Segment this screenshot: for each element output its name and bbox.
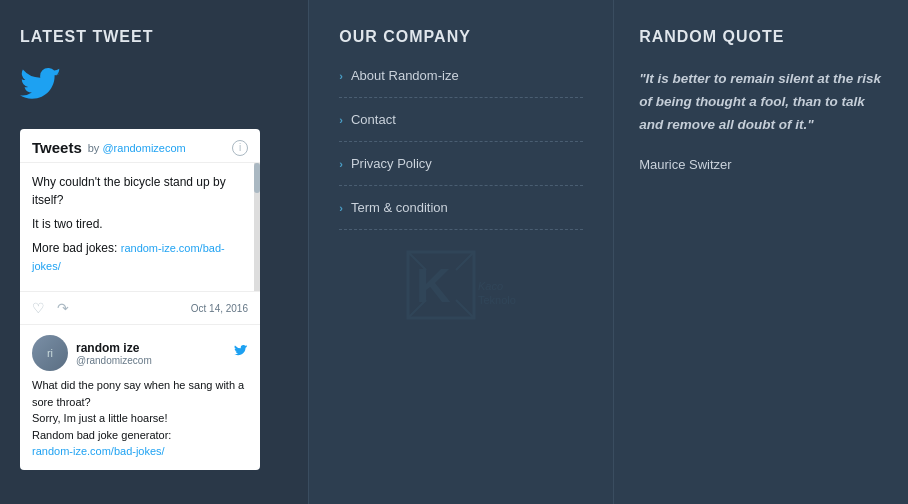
user-avatar: ri bbox=[32, 335, 68, 371]
chevron-icon: › bbox=[339, 202, 343, 214]
random-quote-section: RANDOM QUOTE "It is better to remain sil… bbox=[614, 0, 908, 504]
watermark: K Kaco Teknologi.com bbox=[339, 250, 583, 340]
tweet2-link[interactable]: random-ize.com/bad-jokes/ bbox=[32, 445, 165, 457]
about-link[interactable]: About Random-ize bbox=[351, 68, 459, 83]
svg-text:Kaco: Kaco bbox=[478, 280, 503, 292]
menu-item-about[interactable]: › About Random-ize bbox=[339, 68, 583, 98]
company-menu: › About Random-ize › Contact › Privacy P… bbox=[339, 68, 583, 230]
menu-item-terms[interactable]: › Term & condition bbox=[339, 186, 583, 230]
tweet-user-row: ri random ize @randomizecom bbox=[32, 335, 248, 371]
contact-link[interactable]: Contact bbox=[351, 112, 396, 127]
tweet-second: ri random ize @randomizecom What did the… bbox=[20, 325, 260, 470]
twitter-bird-icon bbox=[20, 68, 288, 119]
quote-text: "It is better to remain silent at the ri… bbox=[639, 68, 883, 137]
quote-author: Maurice Switzer bbox=[639, 157, 883, 172]
our-company-section: OUR COMPANY › About Random-ize › Contact… bbox=[308, 0, 614, 504]
svg-line-3 bbox=[456, 252, 474, 270]
tweets-label: Tweets bbox=[32, 139, 82, 156]
terms-link[interactable]: Term & condition bbox=[351, 200, 448, 215]
chevron-icon: › bbox=[339, 114, 343, 126]
user-info: random ize @randomizecom bbox=[76, 341, 152, 366]
tweet-text-3: More bad jokes: random-ize.com/bad-jokes… bbox=[32, 239, 248, 275]
svg-line-5 bbox=[456, 300, 474, 318]
user-handle: @randomizecom bbox=[76, 355, 152, 366]
svg-text:Teknologi.com: Teknologi.com bbox=[478, 294, 516, 306]
info-icon[interactable]: i bbox=[232, 140, 248, 156]
retweet-icon[interactable]: ↷ bbox=[57, 300, 69, 316]
twitter-small-icon bbox=[234, 345, 248, 362]
tweet-widget: Tweets by @randomizecom i Why couldn't t… bbox=[20, 129, 260, 470]
tweet-date: Oct 14, 2016 bbox=[191, 303, 248, 314]
quote-title: RANDOM QUOTE bbox=[639, 28, 883, 46]
latest-tweet-title: LATEST TWEET bbox=[20, 28, 288, 46]
by-label: by @randomizecom bbox=[88, 142, 186, 154]
tweet-scrollbar-thumb bbox=[254, 163, 260, 193]
privacy-link[interactable]: Privacy Policy bbox=[351, 156, 432, 171]
like-icon[interactable]: ♡ bbox=[32, 300, 45, 316]
menu-item-contact[interactable]: › Contact bbox=[339, 98, 583, 142]
tweet-text-1: Why couldn't the bicycle stand up by its… bbox=[32, 173, 248, 209]
tweet-actions: ♡ ↷ Oct 14, 2016 bbox=[20, 292, 260, 325]
tweet2-text: What did the pony say when he sang with … bbox=[32, 377, 248, 460]
tweet-header: Tweets by @randomizecom i bbox=[20, 129, 260, 163]
twitter-handle[interactable]: @randomizecom bbox=[102, 142, 185, 154]
tweet-first-body: Why couldn't the bicycle stand up by its… bbox=[20, 163, 260, 292]
user-name: random ize bbox=[76, 341, 152, 355]
chevron-icon: › bbox=[339, 158, 343, 170]
tweet-text-2: It is two tired. bbox=[32, 215, 248, 233]
latest-tweet-section: LATEST TWEET Tweets by @randomizecom i W… bbox=[0, 0, 308, 504]
company-title: OUR COMPANY bbox=[339, 28, 583, 46]
tweet-scrollbar[interactable] bbox=[254, 163, 260, 291]
menu-item-privacy[interactable]: › Privacy Policy bbox=[339, 142, 583, 186]
chevron-icon: › bbox=[339, 70, 343, 82]
